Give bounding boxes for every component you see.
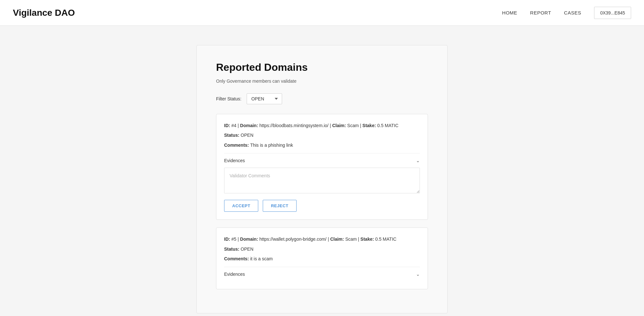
case-card-1: ID: #4 | Domain: https://bloodbats.minti…: [216, 114, 428, 220]
accept-button-1[interactable]: ACCEPT: [224, 200, 258, 212]
subtitle: Only Governance members can validate: [216, 79, 428, 84]
separator-1: |: [238, 123, 240, 128]
evidences-toggle-2[interactable]: Evidences ⌄: [224, 267, 420, 277]
separator-2: |: [330, 123, 332, 128]
validator-comments-input-1[interactable]: [224, 168, 420, 193]
filter-status-select[interactable]: OPEN CLOSED ALL: [247, 93, 282, 104]
case-status-row-2: Status: OPEN: [224, 246, 420, 253]
status-label-1: Status:: [224, 133, 241, 138]
nav-home[interactable]: HOME: [502, 10, 517, 15]
case-domain-2: https://wallet.polygon-bridge.com/: [259, 237, 327, 242]
evidences-label-2: Evidences: [224, 272, 245, 277]
case-info-1: ID: #4 | Domain: https://bloodbats.minti…: [224, 122, 420, 129]
id-label-2: ID:: [224, 237, 232, 242]
stake-label-2: Stake:: [360, 237, 375, 242]
case-status-row-1: Status: OPEN: [224, 132, 420, 139]
chevron-down-icon-2: ⌄: [416, 272, 420, 277]
stake-label-1: Stake:: [363, 123, 377, 128]
case-claim-2: Scam: [345, 237, 357, 242]
wallet-button[interactable]: 0X39...E845: [594, 7, 631, 19]
case-comments-1: This is a phishing link: [250, 143, 293, 148]
case-stake-1: 0.5 MATIC: [377, 123, 398, 128]
case-status-2: OPEN: [241, 246, 253, 252]
separator-3: |: [360, 123, 363, 128]
filter-row: Filter Status: OPEN CLOSED ALL: [216, 93, 428, 104]
case-card-2: ID: #5 | Domain: https://wallet.polygon-…: [216, 228, 428, 289]
claim-label-1: Claim:: [332, 123, 347, 128]
logo: Vigilance DAO: [13, 8, 75, 18]
domain-label-2: Domain:: [240, 237, 260, 242]
nav-report[interactable]: REPORT: [530, 10, 551, 15]
id-label-1: ID:: [224, 123, 232, 128]
case-claim-1: Scam: [347, 123, 359, 128]
evidences-toggle-1[interactable]: Evidences ⌄: [224, 153, 420, 163]
comments-label-2: Comments:: [224, 256, 250, 261]
case-status-1: OPEN: [241, 133, 253, 138]
domain-label-1: Domain:: [240, 123, 260, 128]
filter-label: Filter Status:: [216, 96, 242, 101]
case-comments-2: it is a scam: [250, 256, 273, 261]
status-label-2: Status:: [224, 246, 241, 252]
nav-cases[interactable]: CASES: [564, 10, 581, 15]
nav: HOME REPORT CASES 0X39...E845: [502, 7, 631, 19]
chevron-down-icon-1: ⌄: [416, 158, 420, 163]
case-comments-row-1: Comments: This is a phishing link: [224, 142, 420, 149]
main-content: Reported Domains Only Governance members…: [0, 26, 644, 316]
case-id-2: #5: [232, 237, 237, 242]
page-title: Reported Domains: [216, 61, 428, 73]
reject-button-1[interactable]: REJECT: [263, 200, 296, 212]
comments-label-1: Comments:: [224, 143, 250, 148]
claim-label-2: Claim:: [330, 237, 345, 242]
case-id-1: #4: [232, 123, 237, 128]
case-info-2: ID: #5 | Domain: https://wallet.polygon-…: [224, 236, 420, 243]
action-buttons-1: ACCEPT REJECT: [224, 200, 420, 212]
reported-domains-card: Reported Domains Only Governance members…: [196, 45, 448, 313]
evidences-label-1: Evidences: [224, 158, 245, 163]
case-domain-1: https://bloodbats.mintingsystem.io/: [259, 123, 328, 128]
case-stake-2: 0.5 MATIC: [375, 237, 396, 242]
separator-4: |: [238, 237, 240, 242]
header: Vigilance DAO HOME REPORT CASES 0X39...E…: [0, 0, 644, 26]
case-comments-row-2: Comments: it is a scam: [224, 255, 420, 262]
